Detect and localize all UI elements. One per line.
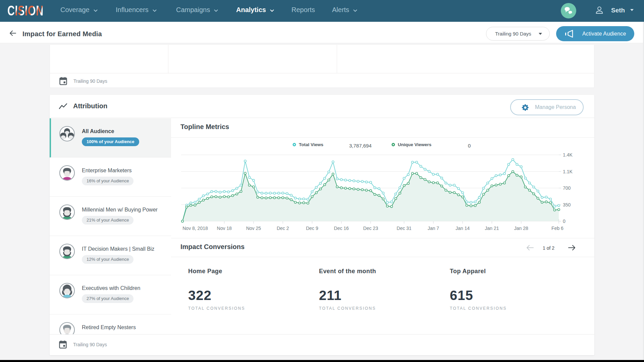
svg-text:Jan 7: Jan 7 <box>428 226 439 231</box>
svg-text:Nov 25: Nov 25 <box>246 226 261 231</box>
svg-text:1.4K: 1.4K <box>563 152 573 158</box>
svg-text:350: 350 <box>563 202 571 207</box>
svg-text:Dec 16: Dec 16 <box>334 226 349 231</box>
svg-text:Dec 31: Dec 31 <box>397 226 412 231</box>
svg-text:Feb 6: Feb 6 <box>551 226 564 231</box>
svg-text:Jan 21: Jan 21 <box>485 226 499 231</box>
svg-text:Nov 8, 2018: Nov 8, 2018 <box>182 226 208 231</box>
svg-text:Dec 2: Dec 2 <box>277 226 289 231</box>
svg-text:Jan 28: Jan 28 <box>514 226 528 231</box>
svg-text:Jan 14: Jan 14 <box>455 226 470 231</box>
svg-text:Dec 9: Dec 9 <box>306 226 318 231</box>
svg-text:700: 700 <box>563 185 571 191</box>
svg-text:Dec 23: Dec 23 <box>363 226 378 231</box>
svg-text:0: 0 <box>563 219 566 224</box>
svg-text:Nov 18: Nov 18 <box>217 226 232 231</box>
svg-text:1.1K: 1.1K <box>563 169 573 174</box>
